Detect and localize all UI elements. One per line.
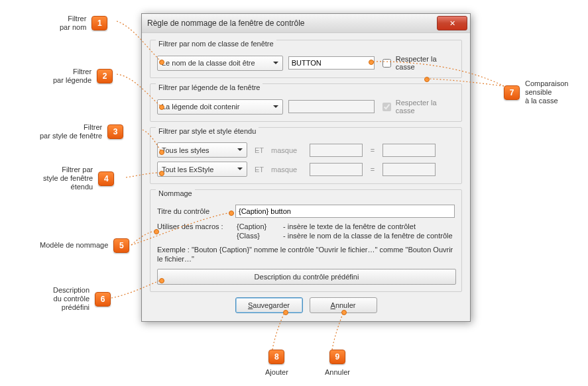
marker-9 [341, 310, 347, 315]
callout-5: Modèle de nommage 5 [40, 238, 129, 253]
macro-label: Utiliser des macros : [157, 222, 237, 231]
macro-class-desc: - insère le nom de la classe de la fenêt… [283, 231, 453, 240]
save-label-rest: auvegarder [253, 301, 290, 309]
exstyle-mode-select[interactable]: Tout les ExStyle [157, 162, 247, 177]
callout-9: 9 Annuler [325, 350, 350, 376]
callout-6-text: Description du contrôle prédéfini [53, 286, 89, 313]
group-naming-title: Nommage [156, 189, 195, 197]
marker-4 [159, 171, 164, 176]
callout-3-badge: 3 [107, 124, 123, 139]
callout-4-text: Filtrer par style de fenêtre étendu [43, 166, 93, 192]
cancel-label-rest: nnuler [335, 301, 356, 309]
macro-caption-desc: - insère le texte de la fenêtre de contr… [283, 222, 416, 231]
style-mask-input [310, 144, 363, 157]
callout-8-badge: 8 [268, 350, 284, 364]
callout-9-badge: 9 [329, 350, 345, 364]
close-icon: ✕ [449, 19, 455, 28]
callout-1-badge: 1 [91, 16, 107, 30]
callout-2-badge: 2 [97, 69, 113, 83]
marker-7a [369, 60, 374, 65]
dialog-title: Règle de nommage de la fenêtre de contrô… [147, 19, 437, 28]
class-match-mode-value: Le nom de la classe doit être [162, 59, 255, 67]
group-filter-style: Filtrer par style et style étendu Tous l… [150, 127, 462, 184]
marker-5a [229, 211, 234, 216]
callout-6: Description du contrôle prédéfini 6 [53, 286, 111, 313]
marker-6 [159, 278, 164, 283]
group-naming: Nommage Titre du contrôle Utiliser des m… [150, 189, 462, 292]
callout-5-text: Modèle de nommage [40, 241, 108, 250]
caption-match-mode-select[interactable]: La légende doit contenir [157, 99, 283, 115]
group-filter-class-title: Filtrer par nom de classe de fenêtre [156, 40, 276, 48]
titlebar: Règle de nommage de la fenêtre de contrô… [142, 14, 470, 33]
class-name-input[interactable] [288, 56, 375, 70]
marker-1 [159, 60, 164, 65]
caption-case-label: Respecter la casse [396, 99, 455, 115]
callout-7: Comparaison sensible à la casse 7 [504, 79, 568, 106]
class-case-label: Respecter la casse [396, 55, 455, 71]
cancel-mnemonic: A [331, 301, 335, 309]
naming-example-text: Exemple : "Bouton {Caption}" nomme le co… [157, 245, 455, 264]
exstyle-value-input [382, 163, 436, 176]
callout-8: 8 Ajouter [265, 350, 288, 376]
style-mask-label: masque [271, 146, 304, 154]
control-title-input[interactable] [235, 205, 455, 218]
preset-description-label: Description du contrôle prédéfini [255, 273, 359, 281]
class-case-checkbox[interactable] [382, 59, 391, 68]
dialog-body: Filtrer par nom de classe de fenêtre Le … [142, 33, 470, 321]
caption-match-mode-value: La légende doit contenir [162, 103, 239, 111]
marker-8 [283, 310, 288, 315]
dialog-button-row: Sauvegarder Annuler [150, 297, 462, 313]
style-mode-select[interactable]: Tous les styles [157, 142, 247, 158]
class-match-mode-select[interactable]: Le nom de la classe doit être [157, 56, 283, 71]
callout-7-badge: 7 [504, 85, 520, 100]
callout-7-text: Comparaison sensible à la casse [525, 79, 568, 106]
callout-5-badge: 5 [113, 238, 129, 253]
exstyle-mode-value: Tout les ExStyle [162, 166, 213, 173]
marker-5b [154, 229, 159, 234]
callout-4: Filtrer par style de fenêtre étendu 4 [43, 166, 114, 192]
group-filter-style-title: Filtrer par style et style étendu [156, 127, 259, 135]
caption-value-input [288, 100, 375, 113]
group-filter-class: Filtrer par nom de classe de fenêtre Le … [150, 40, 462, 78]
marker-3 [159, 150, 164, 155]
style-mode-value: Tous les styles [162, 146, 209, 154]
callout-2-text: Filtrer par légende [53, 68, 91, 85]
callout-3-text: Filtrer par style de fenêtre [40, 123, 102, 140]
callout-2: Filtrer par légende 2 [53, 68, 113, 85]
macro-help-block: Utiliser des macros : {Caption} - insère… [157, 222, 455, 241]
style-value-input [382, 144, 436, 157]
marker-7b [424, 77, 430, 82]
callout-9-text: Annuler [325, 368, 350, 376]
style-eq-label: = [368, 146, 377, 154]
callout-1-text: Filtrer par nom [60, 15, 86, 32]
exstyle-conj-label: ET [253, 166, 266, 173]
callout-1: Filtrer par nom 1 [60, 15, 107, 32]
callout-3: Filtrer par style de fenêtre 3 [40, 123, 123, 140]
group-filter-caption-title: Filtrer par légende de la fenêtre [156, 83, 263, 91]
caption-case-checkbox-wrap: Respecter la casse [380, 99, 455, 115]
macro-caption-name: {Caption} [237, 222, 283, 231]
callout-6-badge: 6 [95, 292, 111, 307]
exstyle-mask-label: masque [271, 166, 304, 173]
callout-4-badge: 4 [98, 171, 114, 186]
callout-8-text: Ajouter [265, 368, 288, 376]
caption-case-checkbox [382, 103, 391, 111]
save-button[interactable]: Sauvegarder [235, 297, 303, 313]
style-conj-label: ET [253, 146, 266, 154]
dialog-window: Règle de nommage de la fenêtre de contrô… [141, 13, 471, 322]
exstyle-mask-input [310, 163, 363, 176]
marker-2 [159, 105, 164, 110]
control-title-label: Titre du contrôle [157, 207, 230, 215]
exstyle-eq-label: = [368, 166, 377, 173]
preset-description-button[interactable]: Description du contrôle prédéfini [157, 269, 456, 285]
class-case-checkbox-wrap[interactable]: Respecter la casse [380, 55, 455, 71]
macro-class-name: {Class} [237, 231, 283, 240]
group-filter-caption: Filtrer par légende de la fenêtre La lég… [150, 83, 462, 122]
close-button[interactable]: ✕ [437, 16, 467, 30]
